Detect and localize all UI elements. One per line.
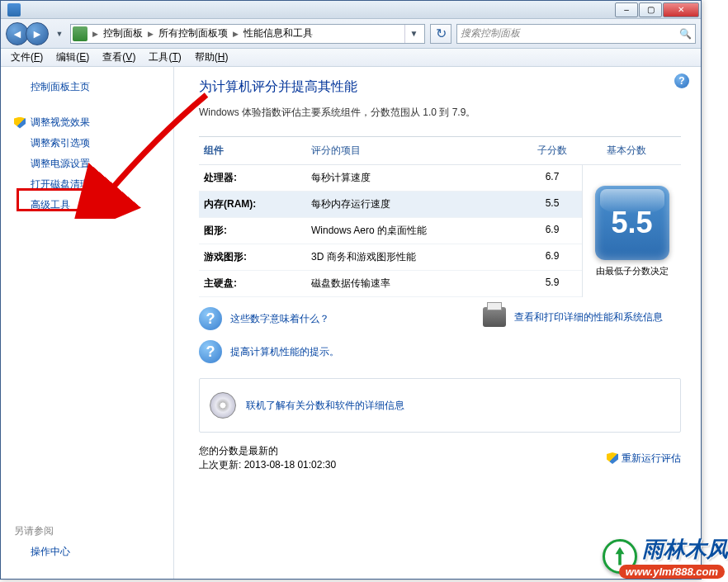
sidebar-item-advanced-tools[interactable]: 高级工具 [1, 195, 173, 215]
menubar: 文件(F) 编辑(E) 查看(V) 工具(T) 帮助(H) [1, 49, 701, 67]
address-bar[interactable]: ▶ 控制面板 ▶ 所有控制面板项 ▶ 性能信息和工具 ▼ [70, 24, 425, 44]
base-score-badge: 5.5 [595, 186, 669, 260]
base-score-label: 由最低子分数决定 [596, 265, 669, 277]
col-header-subscore: 子分数 [527, 144, 577, 158]
main: 控制面板主页 调整视觉效果 调整索引选项 调整电源设置 打开磁盘清理 高级工具 … [1, 67, 701, 579]
help-icon[interactable]: ? [674, 73, 689, 88]
col-header-basescore: 基本分数 [577, 144, 676, 158]
address-dropdown[interactable]: ▼ [404, 25, 423, 43]
maximize-button[interactable]: ▢ [639, 2, 662, 17]
menu-file[interactable]: 文件(F) [4, 49, 50, 66]
question-icon: ? [199, 340, 222, 363]
forward-button[interactable]: ► [26, 22, 49, 45]
sidebar-item-power[interactable]: 调整电源设置 [1, 154, 173, 174]
score-status: 您的分数是最新的 [199, 444, 607, 458]
search-input[interactable]: 搜索控制面板 🔍 [456, 24, 696, 44]
sidebar-item-indexing[interactable]: 调整索引选项 [1, 133, 173, 154]
breadcrumb[interactable]: 性能信息和工具 [240, 26, 316, 40]
base-score-cell: 5.5 由最低子分数决定 [582, 165, 681, 297]
sidebar-item-visual-effects[interactable]: 调整视觉效果 [1, 112, 173, 133]
table-row: 主硬盘:磁盘数据传输速率5.9 [199, 271, 582, 297]
printer-icon [483, 307, 506, 327]
navbar: ◄ ► ▼ ▶ 控制面板 ▶ 所有控制面板项 ▶ 性能信息和工具 ▼ ↻ 搜索控… [1, 19, 701, 49]
page-description: Windows 体验指数评估主要系统组件，分数范围从 1.0 到 7.9。 [199, 106, 681, 120]
table-row: 图形:Windows Aero 的桌面性能6.9 [199, 218, 582, 244]
shield-icon [607, 452, 618, 464]
history-dropdown[interactable]: ▼ [54, 26, 65, 41]
shield-icon [14, 117, 26, 129]
window: – ▢ ✕ ◄ ► ▼ ▶ 控制面板 ▶ 所有控制面板项 ▶ 性能信息和工具 ▼… [0, 0, 702, 580]
rerun-assessment[interactable]: 重新运行评估 [607, 444, 681, 472]
breadcrumb[interactable]: 所有控制面板项 [155, 26, 231, 40]
col-header-component: 组件 [204, 144, 311, 158]
close-button[interactable]: ✕ [663, 2, 699, 17]
link-performance-tips[interactable]: ? 提高计算机性能的提示。 [199, 340, 458, 363]
table-row: 游戏图形:3D 商务和游戏图形性能6.9 [199, 244, 582, 271]
watermark: 雨林木风 www.ylmf888.com [603, 535, 728, 577]
search-placeholder: 搜索控制面板 [461, 26, 520, 40]
watermark-url: www.ylmf888.com [619, 565, 725, 579]
menu-view[interactable]: 查看(V) [96, 49, 142, 66]
sidebar: 控制面板主页 调整视觉效果 调整索引选项 调整电源设置 打开磁盘清理 高级工具 … [1, 67, 174, 579]
watermark-text: 雨林木风 [642, 535, 728, 564]
search-icon[interactable]: 🔍 [679, 28, 692, 40]
see-also-heading: 另请参阅 [1, 521, 173, 542]
chevron-right-icon: ▶ [146, 30, 155, 38]
menu-tools[interactable]: 工具(T) [142, 49, 187, 66]
online-info-box[interactable]: 联机了解有关分数和软件的详细信息 [199, 378, 681, 433]
sidebar-home[interactable]: 控制面板主页 [1, 77, 173, 97]
menu-edit[interactable]: 编辑(E) [50, 49, 96, 66]
performance-table: 组件 评分的项目 子分数 基本分数 处理器:每秒计算速度6.7内存(RAM):每… [199, 136, 681, 297]
chevron-right-icon: ▶ [91, 30, 100, 38]
menu-help[interactable]: 帮助(H) [188, 49, 235, 66]
refresh-button[interactable]: ↻ [430, 24, 451, 44]
chevron-right-icon: ▶ [231, 30, 240, 38]
breadcrumb[interactable]: 控制面板 [100, 26, 146, 40]
control-panel-icon [73, 26, 87, 41]
last-updated: 上次更新: 2013-08-18 01:02:30 [199, 458, 607, 472]
table-row: 内存(RAM):每秒内存运行速度5.5 [199, 192, 582, 218]
question-icon: ? [199, 307, 222, 330]
col-header-rated: 评分的项目 [311, 144, 527, 158]
sidebar-item-disk-cleanup[interactable]: 打开磁盘清理 [1, 174, 173, 195]
sidebar-action-center[interactable]: 操作中心 [1, 542, 173, 562]
cd-icon [210, 392, 236, 419]
page-title: 为计算机评分并提高其性能 [199, 78, 681, 96]
content: ? 为计算机评分并提高其性能 Windows 体验指数评估主要系统组件，分数范围… [174, 67, 701, 579]
minimize-button[interactable]: – [615, 2, 638, 17]
table-row: 处理器:每秒计算速度6.7 [199, 165, 582, 192]
link-what-numbers-mean[interactable]: ? 这些数字意味着什么？ [199, 307, 458, 330]
link-print-details[interactable]: 查看和打印详细的性能和系统信息 [483, 307, 681, 327]
titlebar: – ▢ ✕ [1, 1, 701, 19]
